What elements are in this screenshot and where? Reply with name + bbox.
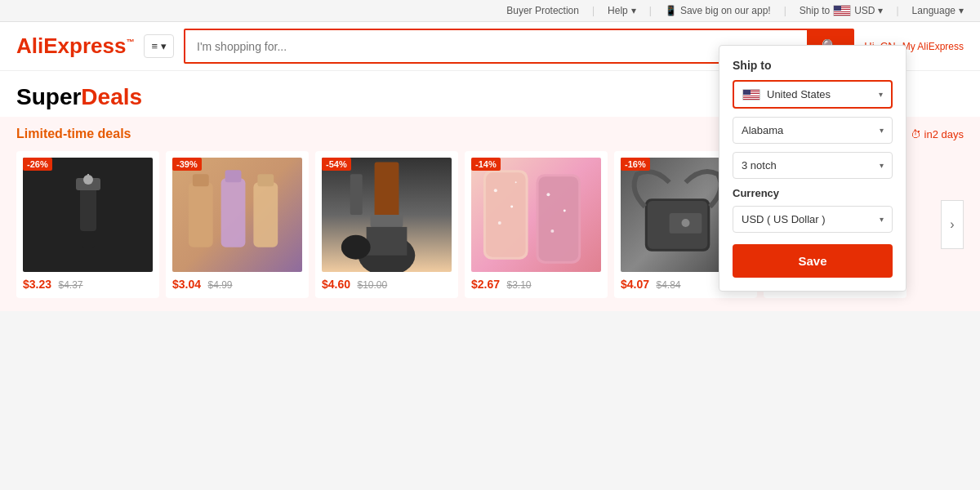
price-new-5: $4.07 bbox=[621, 278, 649, 291]
deal-card-flashlight[interactable]: -26% $3.23 $4.37 bbox=[16, 151, 159, 298]
price-new-2: $3.04 bbox=[172, 278, 201, 291]
state-value: Alabama bbox=[742, 124, 783, 136]
flashlight-img bbox=[23, 158, 153, 272]
deals-next-arrow[interactable]: › bbox=[941, 200, 964, 249]
save-button[interactable]: Save bbox=[733, 244, 893, 278]
us-flag-icon bbox=[833, 5, 851, 16]
divider-1: | bbox=[592, 5, 595, 16]
deal-card-perfume[interactable]: -39% $3.04 bbox=[166, 151, 309, 298]
svg-rect-3 bbox=[82, 231, 95, 247]
app-promo-label: Save big on our app! bbox=[680, 5, 771, 16]
buyer-protection-link[interactable]: Buyer Protection bbox=[506, 5, 579, 16]
save-label: Save bbox=[798, 254, 826, 268]
help-link[interactable]: Help ▾ bbox=[608, 5, 636, 16]
svg-rect-12 bbox=[371, 215, 403, 227]
deal-prices-1: $3.23 $4.37 bbox=[23, 277, 153, 292]
price-old-1: $4.37 bbox=[59, 279, 83, 291]
svg-rect-5 bbox=[189, 182, 213, 247]
currency-select[interactable]: USD ( US Dollar ) ▾ bbox=[733, 206, 893, 233]
discount-badge-4: -14% bbox=[471, 158, 501, 171]
account-label: My AliExpress bbox=[902, 41, 964, 52]
ship-to-nav-link[interactable]: Ship to USD ▾ bbox=[800, 5, 884, 16]
menu-button[interactable]: ≡ ▾ bbox=[144, 34, 174, 58]
zip-select[interactable]: 3 notch ▾ bbox=[733, 152, 893, 179]
phone-icon: 📱 bbox=[665, 5, 677, 16]
svg-rect-7 bbox=[221, 178, 246, 247]
state-chevron-icon: ▾ bbox=[880, 126, 884, 135]
logo-text-label: AliExpress bbox=[16, 33, 126, 58]
popup-title: Ship to bbox=[733, 59, 893, 72]
help-label: Help bbox=[608, 5, 628, 16]
menu-chevron-icon: ▾ bbox=[161, 40, 167, 52]
product-image-4 bbox=[471, 158, 601, 272]
svg-point-25 bbox=[546, 193, 550, 196]
svg-rect-11 bbox=[375, 162, 399, 219]
discount-badge-3: -54% bbox=[322, 158, 351, 171]
country-value: United States bbox=[767, 88, 831, 100]
app-promo-link[interactable]: 📱 Save big on our app! bbox=[665, 5, 771, 16]
price-old-3: $10.00 bbox=[358, 279, 388, 291]
top-nav: Buyer Protection | Help ▾ | 📱 Save big o… bbox=[0, 0, 980, 22]
help-chevron-icon: ▾ bbox=[631, 5, 636, 16]
brush-img bbox=[322, 158, 452, 272]
phone-case-img bbox=[471, 158, 601, 272]
price-new-3: $4.60 bbox=[322, 278, 350, 291]
price-old-2: $4.99 bbox=[208, 279, 233, 291]
country-select[interactable]: United States ▾ bbox=[733, 80, 893, 109]
ship-to-popup: Ship to United States ▾ Alabama ▾ 3 notc… bbox=[719, 45, 906, 292]
svg-point-16 bbox=[341, 235, 371, 260]
country-left: United States bbox=[742, 88, 831, 100]
search-input[interactable] bbox=[185, 32, 807, 61]
deal-prices-4: $2.67 $3.10 bbox=[471, 277, 601, 292]
language-label: Language bbox=[912, 5, 956, 16]
deal-prices-3: $4.60 $10.00 bbox=[322, 277, 452, 292]
discount-badge-5: -16% bbox=[621, 158, 650, 171]
deals-label: Deals bbox=[81, 84, 142, 109]
deal-card-phone-case[interactable]: -14% bbox=[465, 151, 608, 298]
deal-card-brush[interactable]: -54% bbox=[315, 151, 458, 298]
currency-value: USD ( US Dollar ) bbox=[742, 213, 826, 225]
price-new-1: $3.23 bbox=[23, 278, 51, 291]
deal-prices-2: $3.04 $4.99 bbox=[172, 277, 302, 292]
currency-label: USD bbox=[854, 5, 875, 16]
ship-chevron-icon: ▾ bbox=[878, 5, 883, 16]
product-image-1 bbox=[23, 158, 153, 272]
price-new-4: $2.67 bbox=[471, 278, 500, 291]
svg-point-22 bbox=[515, 181, 517, 183]
zip-chevron-icon: ▾ bbox=[880, 161, 884, 170]
country-chevron-icon: ▾ bbox=[879, 90, 883, 99]
state-select[interactable]: Alabama ▾ bbox=[733, 117, 893, 144]
currency-chevron-icon: ▾ bbox=[880, 215, 884, 224]
discount-badge-2: -39% bbox=[172, 158, 202, 171]
product-image-2 bbox=[172, 158, 302, 272]
svg-rect-24 bbox=[538, 176, 578, 261]
deals-title: Limited-time deals bbox=[16, 127, 131, 141]
discount-badge-1: -26% bbox=[23, 158, 52, 171]
svg-point-21 bbox=[498, 221, 501, 225]
divider-4: | bbox=[896, 5, 898, 16]
hamburger-icon: ≡ bbox=[151, 40, 158, 52]
perfume-img bbox=[172, 158, 302, 272]
svg-point-26 bbox=[564, 210, 566, 212]
language-chevron-icon: ▾ bbox=[959, 5, 964, 16]
super-label: Super bbox=[16, 84, 81, 109]
svg-rect-6 bbox=[193, 174, 209, 186]
buyer-protection-label: Buyer Protection bbox=[506, 5, 579, 16]
svg-rect-15 bbox=[350, 174, 363, 215]
svg-rect-9 bbox=[253, 182, 278, 247]
svg-point-31 bbox=[682, 219, 690, 227]
deals-subtitle: ⏱ in2 days bbox=[911, 128, 964, 140]
price-old-4: $3.10 bbox=[507, 279, 532, 291]
language-link[interactable]: Language ▾ bbox=[912, 5, 964, 16]
ship-to-nav-label: Ship to bbox=[800, 5, 830, 16]
divider-2: | bbox=[649, 5, 652, 16]
svg-point-27 bbox=[550, 229, 554, 233]
svg-rect-18 bbox=[486, 172, 526, 256]
divider-3: | bbox=[784, 5, 786, 16]
svg-rect-14 bbox=[367, 227, 408, 256]
currency-section-label: Currency bbox=[733, 187, 893, 199]
svg-point-20 bbox=[510, 206, 513, 208]
product-image-3 bbox=[322, 158, 452, 272]
aliexpress-logo[interactable]: AliExpress™ bbox=[16, 33, 134, 59]
svg-rect-8 bbox=[225, 170, 242, 182]
